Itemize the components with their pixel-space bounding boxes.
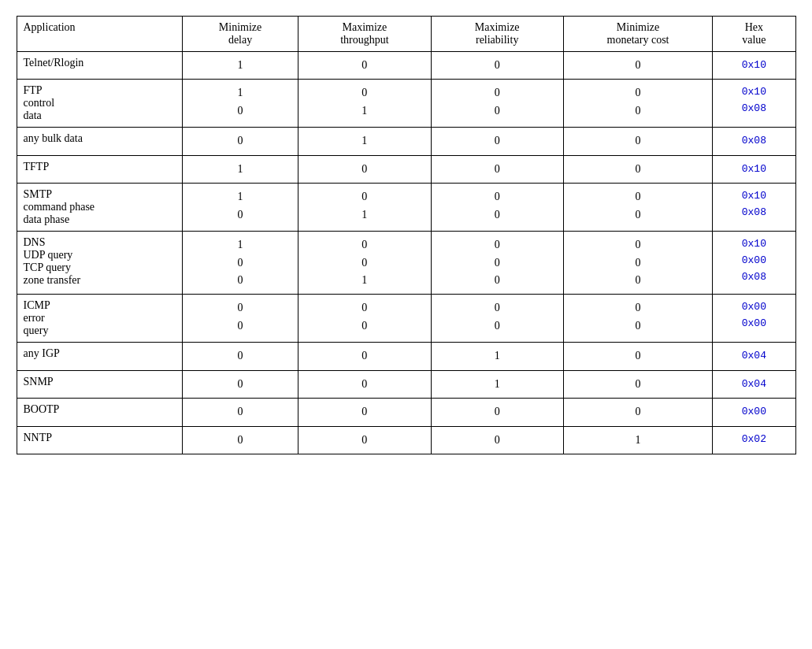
table-row: any IGP00100x04	[17, 343, 795, 370]
num-value: 0	[438, 161, 557, 178]
num-value: 1	[189, 84, 291, 102]
hex-value: 0x10	[719, 161, 788, 178]
cell-max-throughput: 0	[298, 399, 431, 426]
num-value: 0	[305, 161, 424, 178]
num-value: 0	[438, 299, 557, 317]
num-value: 0	[570, 206, 706, 224]
num-value: 0	[570, 299, 706, 317]
num-value: 0	[438, 403, 557, 421]
cell-max-reliability: 1	[431, 343, 563, 370]
num-value: 0	[438, 188, 557, 206]
cell-max-throughput: 0	[298, 370, 431, 398]
cell-max-throughput: 0	[298, 426, 431, 454]
num-value: 1	[570, 432, 706, 449]
cell-max-throughput: 00	[298, 295, 431, 343]
app-label: command phase	[24, 201, 176, 213]
app-label: data	[24, 109, 176, 122]
cell-application: ICMPerrorquery	[17, 295, 182, 343]
num-value: 0	[305, 299, 424, 317]
cell-max-reliability: 1	[431, 370, 563, 398]
cell-min-cost: 00	[563, 80, 712, 128]
num-value: 0	[438, 432, 557, 449]
table-row: SMTPcommand phasedata phase100100000x100…	[17, 184, 795, 232]
hex-value: 0x08	[719, 269, 788, 286]
num-value: 0	[570, 132, 706, 150]
hex-value: 0x00	[719, 253, 788, 269]
cell-hex: 0x100x000x08	[713, 232, 795, 295]
cell-application: SNMP	[17, 370, 182, 398]
app-label: Telnet/Rlogin	[24, 57, 176, 69]
num-value: 0	[305, 84, 424, 102]
app-label: data phase	[24, 213, 176, 226]
hex-value: 0x00	[719, 299, 788, 316]
num-value: 0	[438, 317, 557, 335]
num-value: 1	[305, 206, 424, 224]
cell-max-reliability: 0	[431, 399, 563, 426]
app-label: any bulk data	[24, 132, 176, 145]
cell-min-cost: 0	[563, 128, 712, 155]
num-value: 0	[189, 272, 291, 289]
app-label: TFTP	[24, 161, 176, 173]
hex-value: 0x02	[719, 432, 788, 448]
num-value: 0	[438, 236, 557, 254]
col-header-hex: Hexvalue	[713, 17, 795, 52]
num-value: 0	[570, 376, 706, 393]
app-label: FTP	[24, 84, 176, 97]
num-value: 1	[305, 102, 424, 120]
num-value: 0	[305, 236, 424, 254]
app-label: zone transfer	[24, 274, 176, 287]
num-value: 0	[189, 299, 291, 317]
table-row: any bulk data01000x08	[17, 128, 795, 155]
cell-min-delay: 0	[182, 128, 298, 155]
num-value: 0	[189, 254, 291, 272]
num-value: 0	[189, 317, 291, 335]
app-label: error	[24, 312, 176, 324]
cell-hex: 0x10	[713, 155, 795, 183]
num-value: 0	[570, 188, 706, 206]
cell-application: any bulk data	[17, 128, 182, 155]
cell-application: BOOTP	[17, 399, 182, 426]
cell-min-delay: 0	[182, 426, 298, 454]
cell-min-cost: 00	[563, 184, 712, 232]
table-container: Application Minimizedelay Maximizethroug…	[17, 16, 796, 454]
num-value: 0	[189, 206, 291, 224]
cell-min-cost: 1	[563, 426, 712, 454]
cell-max-reliability: 00	[431, 295, 563, 343]
num-value: 0	[189, 102, 291, 120]
num-value: 0	[570, 317, 706, 335]
cell-hex: 0x02	[713, 426, 795, 454]
cell-application: NNTP	[17, 426, 182, 454]
cell-application: TFTP	[17, 155, 182, 183]
cell-max-throughput: 1	[298, 128, 431, 155]
num-value: 0	[438, 206, 557, 224]
table-row: NNTP00010x02	[17, 426, 795, 454]
cell-hex: 0x04	[713, 343, 795, 370]
cell-max-throughput: 0	[298, 52, 431, 80]
app-label: ICMP	[24, 299, 176, 312]
app-label: any IGP	[24, 347, 176, 360]
num-value: 0	[438, 272, 557, 289]
col-header-application: Application	[17, 17, 182, 52]
cell-max-reliability: 00	[431, 184, 563, 232]
num-value: 0	[570, 347, 706, 365]
num-value: 0	[189, 347, 291, 365]
hex-value: 0x04	[719, 376, 788, 393]
cell-hex: 0x00	[713, 399, 795, 426]
data-table: Application Minimizedelay Maximizethroug…	[17, 16, 796, 454]
num-value: 0	[570, 57, 706, 74]
cell-min-cost: 0	[563, 52, 712, 80]
hex-value: 0x00	[719, 316, 788, 332]
hex-value: 0x04	[719, 348, 788, 365]
cell-min-cost: 000	[563, 232, 712, 295]
table-row: FTPcontroldata100100000x100x08	[17, 80, 795, 128]
num-value: 0	[305, 188, 424, 206]
cell-max-throughput: 0	[298, 155, 431, 183]
cell-max-throughput: 001	[298, 232, 431, 295]
app-label: NNTP	[24, 432, 176, 444]
num-value: 1	[305, 132, 424, 150]
app-label: query	[24, 324, 176, 337]
app-label: UDP query	[24, 249, 176, 261]
cell-min-cost: 0	[563, 155, 712, 183]
num-value: 1	[189, 236, 291, 254]
col-header-max-reliability: Maximizereliability	[431, 17, 563, 52]
